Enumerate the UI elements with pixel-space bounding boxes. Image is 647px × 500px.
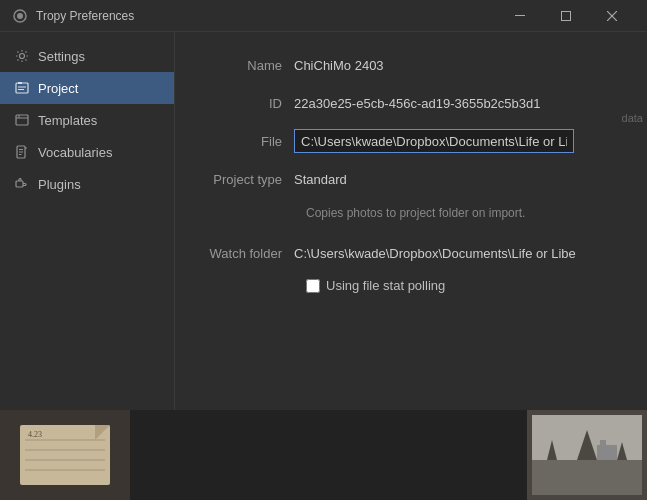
project-type-value: Standard (294, 172, 347, 187)
main-content: Settings Project (0, 32, 647, 410)
svg-rect-2 (515, 15, 525, 16)
project-type-hint: Copies photos to project folder on impor… (306, 206, 525, 220)
polling-label[interactable]: Using file stat polling (326, 278, 445, 293)
polling-row: Using file stat polling (306, 278, 623, 293)
project-type-section: Project type Standard Copies photos to p… (199, 166, 623, 220)
preferences-window: Tropy Preferences (0, 0, 647, 500)
svg-rect-7 (16, 83, 28, 93)
sidebar-settings-label: Settings (38, 49, 85, 64)
name-label: Name (199, 58, 294, 73)
project-type-label: Project type (199, 172, 294, 187)
sidebar-item-templates[interactable]: Templates (0, 104, 174, 136)
file-input[interactable] (294, 129, 574, 153)
sidebar-item-plugins[interactable]: Plugins (0, 168, 174, 200)
svg-rect-29 (532, 460, 642, 495)
sidebar-vocabularies-label: Vocabularies (38, 145, 112, 160)
window-controls (497, 0, 635, 32)
sidebar-project-label: Project (38, 81, 78, 96)
id-label: ID (199, 96, 294, 111)
window-title: Tropy Preferences (36, 9, 497, 23)
vocab-icon (14, 144, 30, 160)
thumbnail-left: 4.23 (0, 410, 130, 500)
svg-text:4.23: 4.23 (28, 430, 42, 439)
svg-rect-19 (16, 181, 23, 187)
gear-icon (14, 48, 30, 64)
project-type-row: Project type Standard (199, 166, 623, 192)
content-panel: data Name ChiChiMo 2403 ID 22a30e25-e5cb… (175, 32, 647, 410)
watch-folder-row: Watch folder C:\Users\kwade\Dropbox\Docu… (199, 240, 623, 266)
name-value: ChiChiMo 2403 (294, 58, 384, 73)
thumbnail-right (527, 410, 647, 500)
template-icon (14, 112, 30, 128)
svg-rect-32 (600, 440, 606, 445)
svg-rect-11 (16, 115, 28, 125)
svg-rect-31 (597, 445, 617, 460)
id-value: 22a30e25-e5cb-456c-ad19-3655b2c5b3d1 (294, 96, 541, 111)
thumbnail-strip: 4.23 (0, 410, 647, 500)
svg-rect-3 (562, 11, 571, 20)
title-bar: Tropy Preferences (0, 0, 647, 32)
watch-folder-value: C:\Users\kwade\Dropbox\Documents\Life or… (294, 246, 576, 261)
data-label: data (622, 112, 647, 124)
plugin-icon (14, 176, 30, 192)
app-icon (12, 8, 28, 24)
sidebar-item-project[interactable]: Project (0, 72, 174, 104)
close-button[interactable] (589, 0, 635, 32)
id-row: ID 22a30e25-e5cb-456c-ad19-3655b2c5b3d1 (199, 90, 623, 116)
file-row: File (199, 128, 623, 154)
maximize-button[interactable] (543, 0, 589, 32)
svg-point-6 (20, 54, 25, 59)
sidebar-plugins-label: Plugins (38, 177, 81, 192)
name-row: Name ChiChiMo 2403 (199, 52, 623, 78)
svg-point-1 (17, 13, 23, 19)
minimize-button[interactable] (497, 0, 543, 32)
sidebar: Settings Project (0, 32, 175, 410)
sidebar-item-settings[interactable]: Settings (0, 40, 174, 72)
project-icon (14, 80, 30, 96)
file-label: File (199, 134, 294, 149)
watch-section: Watch folder C:\Users\kwade\Dropbox\Docu… (199, 240, 623, 293)
svg-rect-8 (18, 82, 22, 84)
sidebar-templates-label: Templates (38, 113, 97, 128)
watch-folder-label: Watch folder (199, 246, 294, 261)
polling-checkbox[interactable] (306, 279, 320, 293)
sidebar-item-vocabularies[interactable]: Vocabularies (0, 136, 174, 168)
